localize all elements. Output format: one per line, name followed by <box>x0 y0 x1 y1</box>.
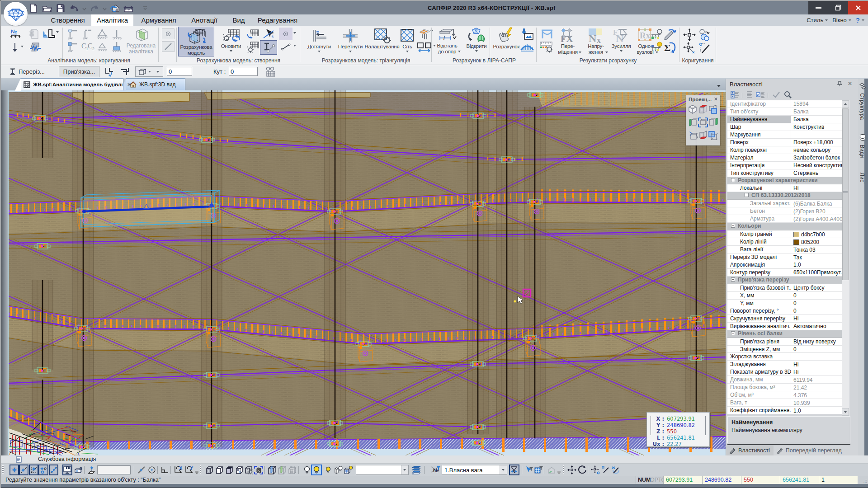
resize-grip[interactable]: .:: <box>863 479 867 483</box>
collapse-icon[interactable]: − <box>745 193 749 197</box>
forces-button[interactable]: FN Зусилля <box>610 27 632 56</box>
node-mode-button[interactable] <box>279 28 292 40</box>
select-filter-button[interactable] <box>524 465 534 475</box>
property-value[interactable]: 0 <box>791 292 842 299</box>
pin-icon[interactable] <box>837 81 842 88</box>
bar-mode-button[interactable] <box>280 42 292 52</box>
property-value[interactable] <box>791 353 842 360</box>
property-row[interactable]: Тип конструктивуСтержень <box>727 169 842 177</box>
mesh-dropdown-icon[interactable] <box>406 51 409 52</box>
support-free-icon[interactable] <box>81 28 93 40</box>
property-value[interactable]: (6)Балка Балка <box>791 200 842 207</box>
deflection-icon[interactable] <box>540 28 554 40</box>
doc-tab1-close-icon[interactable]: × <box>127 81 131 88</box>
open-file-button[interactable] <box>42 3 52 14</box>
property-row[interactable]: Прив'язка рівняВід низу поверху <box>727 338 842 346</box>
property-value[interactable]: d4bc7b00 <box>791 230 842 238</box>
minimize-button[interactable] <box>808 1 828 14</box>
align-squares-icon[interactable] <box>417 42 432 53</box>
tab-armuvannya[interactable]: Армування <box>133 14 184 26</box>
displacement-dropdown-icon[interactable] <box>579 52 581 53</box>
move-node-button[interactable] <box>590 465 601 475</box>
open-lira-dropdown-icon[interactable] <box>475 50 478 52</box>
calc-model-button[interactable]: Розрахункова модель <box>178 27 214 56</box>
view-section-button[interactable] <box>253 465 264 475</box>
property-value[interactable]: Ні <box>791 361 842 368</box>
property-value[interactable]: 4.376 <box>791 391 842 399</box>
binding-button[interactable]: Прив'язка... <box>59 66 99 77</box>
home-overflow-icon[interactable] <box>557 469 561 476</box>
offset-input[interactable] <box>167 67 192 76</box>
sum-results-icon[interactable]: Σ <box>663 41 677 53</box>
view-settings-button[interactable] <box>243 465 254 475</box>
property-value[interactable]: Ні <box>791 315 842 322</box>
toolbar-handle-3[interactable] <box>563 465 564 474</box>
property-category-row[interactable]: −Кольори <box>727 223 842 230</box>
angle-input[interactable] <box>229 67 258 76</box>
move-point-icon[interactable] <box>683 42 696 55</box>
ortho-angle-button[interactable] <box>160 465 170 475</box>
beam-corner-icon-button[interactable] <box>118 66 132 77</box>
property-row[interactable]: Тип об'єктуБалка <box>727 108 842 116</box>
home-view-button[interactable] <box>546 465 557 475</box>
node-circle-button[interactable] <box>146 465 157 475</box>
update-dropdown-icon[interactable] <box>230 50 232 52</box>
property-row[interactable]: Поворот перерізу, °0 <box>727 307 842 315</box>
bar-mode-dropdown-icon[interactable] <box>293 45 296 47</box>
ibeam-axes-button[interactable] <box>260 40 277 55</box>
stretch-line-button[interactable] <box>600 465 611 475</box>
proj-front-button[interactable] <box>708 104 718 117</box>
snap-grid-toggle[interactable] <box>9 465 19 475</box>
spring-support-icon[interactable] <box>29 41 42 54</box>
property-value[interactable]: Конструктив <box>791 123 842 131</box>
property-row[interactable]: Бетон(2)Гориз В20 <box>727 207 842 215</box>
num-indicator[interactable]: NUM <box>636 476 648 484</box>
proj-right-button[interactable] <box>708 117 718 131</box>
qat-overflow-icon[interactable] <box>143 5 147 12</box>
property-row[interactable]: Об'єм, м³4.376 <box>727 391 842 399</box>
property-value[interactable]: 21.42 <box>791 384 842 391</box>
property-value[interactable]: Залізобетон балок <box>791 154 842 161</box>
property-row[interactable]: Y, мм0 <box>727 300 842 307</box>
lock-snap-button[interactable] <box>73 465 84 475</box>
trim-line-button[interactable] <box>610 465 621 475</box>
property-value[interactable]: Балка <box>791 116 842 123</box>
level-plane-button[interactable] <box>87 465 98 475</box>
property-value[interactable]: Поверх +18,000 <box>791 139 842 146</box>
table-filter-button[interactable] <box>533 465 544 475</box>
open-lira-button[interactable]: Відкрити <box>463 27 490 56</box>
snap-line-toggle[interactable] <box>19 465 28 475</box>
bridge-icon[interactable] <box>519 41 535 54</box>
move-icon[interactable] <box>683 28 696 41</box>
properties-close-icon[interactable]: ✕ <box>848 80 852 87</box>
window-menu[interactable]: Вікно <box>832 17 847 23</box>
tab-vyd[interactable]: Вид <box>225 14 253 26</box>
doc-tab-3d-view[interactable]: ЖВ.spf:3D вид <box>126 78 185 90</box>
property-value[interactable]: 1.0 <box>791 261 842 268</box>
snap-nearest-toggle[interactable] <box>49 465 58 475</box>
calculate-button[interactable]: Розрахунок <box>491 27 521 56</box>
help-menu[interactable]: ? <box>856 16 860 24</box>
property-row[interactable]: Колір ліній805200 <box>727 238 842 246</box>
property-row[interactable]: Вага лініїТонка 03 <box>727 246 842 253</box>
mesh-button[interactable]: Сіть <box>398 27 417 56</box>
help-dropdown-icon[interactable] <box>862 19 864 21</box>
bulb-on-toggle[interactable] <box>311 465 322 475</box>
left-panel-strip[interactable] <box>1 90 8 455</box>
property-value[interactable]: Від низу поверху <box>791 338 842 345</box>
toolbar-handle-2[interactable] <box>200 465 201 474</box>
section-button[interactable]: Переріз... <box>6 66 57 77</box>
bulb-small-button[interactable] <box>323 465 334 475</box>
scroll-down-icon[interactable] <box>842 408 849 416</box>
support-pinned-icon[interactable] <box>67 28 79 40</box>
update-button[interactable]: Оновити <box>217 27 245 56</box>
loadcase-combo[interactable]: 1.Власна вага <box>442 465 507 475</box>
axis-line-button[interactable] <box>162 41 175 52</box>
grid-stack-button[interactable] <box>287 465 297 475</box>
undo-button[interactable] <box>69 3 80 14</box>
support-square-icon[interactable] <box>67 41 79 53</box>
down-arrow-dropdown-icon[interactable] <box>21 46 24 47</box>
clip-box-button[interactable] <box>267 465 278 475</box>
redo-dropdown-icon[interactable] <box>103 5 107 12</box>
snap-intersection-toggle[interactable] <box>29 465 38 475</box>
